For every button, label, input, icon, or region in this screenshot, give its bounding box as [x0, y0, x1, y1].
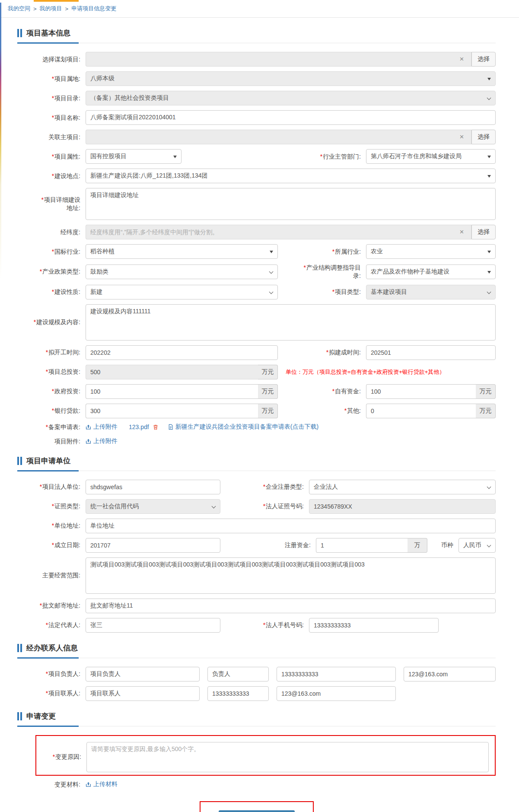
other-funds-input[interactable]	[366, 404, 476, 418]
policy-type-value: 鼓励类	[90, 268, 108, 276]
bank-loan-label: *银行贷款:	[17, 407, 86, 415]
breadcrumb-my-projects[interactable]: 我的项目	[40, 5, 62, 13]
register-type-select[interactable]: 企业法人	[309, 480, 496, 494]
row-main-project: 关联主项目: × 选择	[17, 130, 496, 144]
filing-form-label: *备案申请表:	[17, 423, 86, 431]
upload-attachment-link[interactable]: 上传附件	[86, 423, 118, 431]
license-no-input[interactable]	[309, 499, 496, 514]
chevron-down-icon	[487, 543, 491, 547]
project-attr-dropdown[interactable]: 国有控股项目	[86, 149, 181, 164]
clear-icon[interactable]: ×	[452, 130, 471, 144]
policy-type-label: *产业政策类型:	[17, 267, 86, 276]
row-legal-person: *法定代表人: *法人手机号码:	[17, 618, 496, 633]
upload-attachment-link[interactable]: 上传附件	[86, 437, 118, 445]
build-location-dropdown[interactable]: 新疆生产建设兵团:八师_121团,133团,134团	[86, 169, 496, 183]
breadcrumb-current-page[interactable]: 申请项目信息变更	[71, 5, 116, 13]
plan-project-input[interactable]	[86, 52, 452, 67]
clear-icon[interactable]: ×	[452, 52, 471, 67]
unit-address-label: *单位地址:	[17, 522, 86, 530]
legal-person-input[interactable]	[86, 618, 220, 633]
apply-change-submit-button[interactable]: 申请项目信息变更	[219, 810, 295, 812]
build-location-value: 新疆生产建设兵团:八师_121团,133团,134团	[90, 172, 208, 180]
gov-investment-label: *政府投资:	[17, 387, 86, 395]
row-total-investment: *项目总投资: 万元 单位：万元（项目总投资=自有资金+政府投资+银行贷款+其他…	[17, 365, 496, 379]
unit-address-input[interactable]	[86, 519, 496, 533]
change-material-label: 变更材料:	[17, 780, 86, 789]
row-build-location: *建设地点: 新疆生产建设兵团:八师_121团,133团,134团	[17, 169, 496, 183]
legal-phone-input[interactable]	[309, 618, 439, 633]
project-area-dropdown[interactable]: 八师本级	[86, 71, 496, 86]
delete-file-trash-icon[interactable]	[153, 424, 159, 430]
manager-phone-input[interactable]	[277, 667, 396, 681]
project-type-select[interactable]: 基本建设项目	[366, 285, 496, 299]
industry-dropdown[interactable]: 农业	[366, 244, 496, 259]
register-type-label: *企业注册类型:	[220, 483, 309, 491]
currency-select[interactable]: 人民币	[459, 538, 496, 553]
manager-name-input[interactable]	[86, 667, 200, 681]
adjustment-catalog-dropdown[interactable]: 农产品及农作物种子基地建设	[366, 264, 496, 279]
section-underline	[17, 657, 496, 658]
row-scale-content: *建设规模及内容: 建设规模及内容111111	[17, 304, 496, 341]
project-attr-label: *项目属性:	[17, 153, 86, 161]
manager-email-input[interactable]	[404, 667, 496, 681]
license-type-select[interactable]: 统一社会信用代码	[86, 499, 220, 514]
legal-person-label: *法定代表人:	[17, 621, 86, 629]
unit-wanyuan-addon: 万元	[476, 384, 496, 399]
chevron-down-icon	[269, 269, 274, 274]
caret-down-icon	[270, 251, 273, 253]
policy-type-select[interactable]: 鼓励类	[86, 264, 278, 279]
main-project-choose-button[interactable]: 选择	[471, 130, 496, 144]
section-header-applicant: 项目申请单位	[17, 456, 496, 466]
manager-title-input[interactable]	[207, 667, 269, 681]
coordinates-choose-button[interactable]: 选择	[471, 225, 496, 239]
build-nature-select[interactable]: 新建	[86, 285, 278, 299]
project-name-input[interactable]	[86, 110, 496, 125]
gov-investment-input[interactable]	[86, 384, 258, 399]
build-nature-label: *建设性质:	[17, 288, 86, 296]
finish-time-input[interactable]	[366, 345, 496, 360]
plan-project-choose-button[interactable]: 选择	[471, 52, 496, 67]
breadcrumb-my-space[interactable]: 我的空间	[8, 5, 30, 13]
own-funds-input[interactable]	[366, 384, 476, 399]
total-investment-input[interactable]	[86, 365, 258, 379]
build-nature-value: 新建	[90, 288, 102, 296]
row-coordinates: 经纬度: × 选择	[17, 225, 496, 239]
template-download-link[interactable]: 新疆生产建设兵团企业投资项目备案申请表(点击下载)	[168, 423, 318, 431]
row-unit-address: *单位地址:	[17, 519, 496, 533]
start-time-input[interactable]	[86, 345, 278, 360]
scale-content-textarea[interactable]: 建设规模及内容111111	[86, 304, 496, 341]
industry-value: 农业	[371, 248, 383, 255]
bank-loan-input[interactable]	[86, 404, 258, 418]
row-project-name: *项目名称:	[17, 110, 496, 125]
row-contact-person: *项目联系人:	[17, 686, 496, 701]
coordinates-input[interactable]	[86, 225, 452, 239]
clear-icon[interactable]: ×	[452, 225, 471, 239]
legal-unit-input[interactable]	[86, 480, 220, 494]
chevron-down-icon	[487, 290, 491, 294]
project-catalog-select[interactable]: （备案）其他社会投资类项目	[86, 91, 496, 105]
legal-unit-label: *项目法人单位:	[17, 483, 86, 491]
register-capital-input[interactable]	[316, 538, 408, 553]
change-reason-textarea[interactable]	[86, 742, 489, 772]
project-attr-value: 国有控股项目	[90, 153, 127, 160]
national-industry-value: 稻谷种植	[90, 248, 115, 255]
total-investment-label: *项目总投资:	[17, 368, 86, 376]
row-project-area: *项目属地: 八师本级	[17, 71, 496, 86]
mail-address-input[interactable]	[86, 599, 496, 613]
contact-phone-input[interactable]	[207, 686, 269, 701]
template-download-text: 新疆生产建设兵团企业投资项目备案申请表(点击下载)	[175, 423, 318, 431]
upload-material-link[interactable]: 上传材料	[86, 780, 118, 788]
uploaded-file-link[interactable]: 123.pdf	[129, 424, 149, 430]
national-industry-dropdown[interactable]: 稻谷种植	[86, 244, 278, 259]
contact-name-input[interactable]	[86, 686, 200, 701]
found-date-input[interactable]	[86, 538, 220, 553]
contact-email-input[interactable]	[277, 686, 396, 701]
detail-address-textarea[interactable]: 项目详细建设地址	[86, 188, 496, 220]
business-scope-textarea[interactable]: 测试项目003测试项目003测试项目003测试项目003测试项目003测试项目0…	[86, 557, 496, 594]
breadcrumb-separator: >	[65, 6, 69, 12]
industry-dept-dropdown[interactable]: 第八师石河子市住房和城乡建设局	[366, 149, 496, 164]
project-attachment-label: 项目附件:	[17, 437, 86, 446]
row-project-attr: *项目属性: 国有控股项目 *行业主管部门: 第八师石河子市住房和城乡建设局	[17, 149, 496, 164]
row-legal-unit: *项目法人单位: *企业注册类型: 企业法人	[17, 480, 496, 494]
main-project-input[interactable]	[86, 130, 452, 144]
